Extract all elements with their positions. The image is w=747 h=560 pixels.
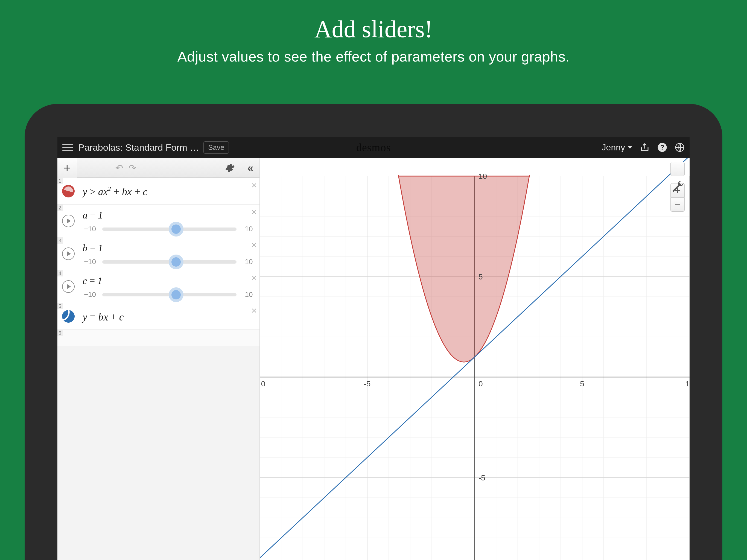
expression-row-empty[interactable]: 6 <box>57 330 259 346</box>
slider-max[interactable]: 10 <box>241 225 256 233</box>
collapse-sidebar-icon[interactable]: « <box>248 161 254 174</box>
expression-formula[interactable]: y = bx + c <box>83 311 256 323</box>
graph-canvas[interactable]: -10-50510105-5-10 <box>260 158 690 560</box>
slider-min[interactable]: −10 <box>83 258 97 266</box>
delete-expression-icon[interactable]: × <box>251 305 257 316</box>
expression-row[interactable]: 5y = bx + c× <box>57 303 259 330</box>
slider-max[interactable]: 10 <box>241 290 256 299</box>
slider-track[interactable] <box>102 293 236 297</box>
graph-tools: + − <box>670 162 685 212</box>
user-menu[interactable]: Jenny <box>602 143 632 153</box>
share-icon[interactable] <box>640 143 650 152</box>
delete-expression-icon[interactable]: × <box>251 239 257 250</box>
svg-text:5: 5 <box>479 273 483 281</box>
play-slider-button[interactable] <box>62 248 75 260</box>
delete-expression-icon[interactable]: × <box>251 272 257 283</box>
slider-min[interactable]: −10 <box>83 290 97 299</box>
svg-text:0: 0 <box>479 380 483 388</box>
caret-down-icon <box>628 146 632 149</box>
settings-icon[interactable] <box>225 163 235 173</box>
slider-thumb[interactable] <box>169 255 183 269</box>
wrench-icon[interactable] <box>670 162 685 176</box>
curve-swatch-icon[interactable] <box>62 310 75 323</box>
promo-title: Add sliders! <box>0 0 747 43</box>
help-icon[interactable]: ? <box>657 143 667 152</box>
app-screen: Parabolas: Standard Form … Save desmos J… <box>57 137 690 560</box>
graph-panel[interactable]: -10-50510105-5-10 + − <box>260 158 690 560</box>
globe-icon[interactable] <box>675 143 685 152</box>
svg-text:5: 5 <box>580 380 584 388</box>
slider-max[interactable]: 10 <box>241 258 256 266</box>
slider-formula[interactable]: b = 1 <box>83 242 256 254</box>
play-slider-button[interactable] <box>62 280 75 293</box>
svg-text:-5: -5 <box>364 380 371 388</box>
expression-row[interactable]: 3b = 1−1010× <box>57 237 259 270</box>
delete-expression-icon[interactable]: × <box>251 180 257 190</box>
slider-formula[interactable]: a = 1 <box>83 209 256 221</box>
expression-list: 1y ≥ ax2 + bx + c×2a = 1−1010×3b = 1−101… <box>57 178 259 560</box>
slider-track[interactable] <box>102 228 236 231</box>
promo-subtitle: Adjust values to see the effect of param… <box>0 48 747 65</box>
topbar: Parabolas: Standard Form … Save desmos J… <box>57 137 690 158</box>
save-button[interactable]: Save <box>203 142 229 154</box>
slider-thumb[interactable] <box>169 222 183 236</box>
redo-icon[interactable]: ↷ <box>129 162 136 173</box>
expression-toolbar: + ↶ ↷ « <box>57 158 259 178</box>
expression-row[interactable]: 2a = 1−1010× <box>57 205 259 237</box>
svg-text:10: 10 <box>479 172 487 180</box>
slider-min[interactable]: −10 <box>83 225 97 233</box>
slider-track[interactable] <box>102 260 236 263</box>
device-frame: Parabolas: Standard Form … Save desmos J… <box>25 104 722 560</box>
slider-thumb[interactable] <box>169 287 183 302</box>
play-slider-button[interactable] <box>62 215 75 227</box>
document-title[interactable]: Parabolas: Standard Form … <box>78 142 199 153</box>
expression-formula[interactable]: y ≥ ax2 + bx + c <box>83 186 256 198</box>
brand-logo: desmos <box>356 141 391 154</box>
svg-text:-10: -10 <box>260 380 265 388</box>
svg-text:10: 10 <box>685 380 690 388</box>
menu-icon[interactable] <box>62 142 73 153</box>
inequality-swatch-icon[interactable] <box>62 185 75 198</box>
delete-expression-icon[interactable]: × <box>251 207 257 218</box>
undo-icon[interactable]: ↶ <box>115 162 123 173</box>
user-name: Jenny <box>602 143 625 153</box>
slider-formula[interactable]: c = 1 <box>83 275 256 286</box>
expression-row[interactable]: 4c = 1−1010× <box>57 270 259 303</box>
svg-text:-5: -5 <box>479 474 485 482</box>
expression-sidebar: + ↶ ↷ « 1y ≥ ax2 + bx + c×2a = 1−1010×3b… <box>57 158 260 560</box>
add-expression-button[interactable]: + <box>57 158 77 178</box>
svg-text:?: ? <box>660 144 664 151</box>
expression-row[interactable]: 1y ≥ ax2 + bx + c× <box>57 178 259 205</box>
